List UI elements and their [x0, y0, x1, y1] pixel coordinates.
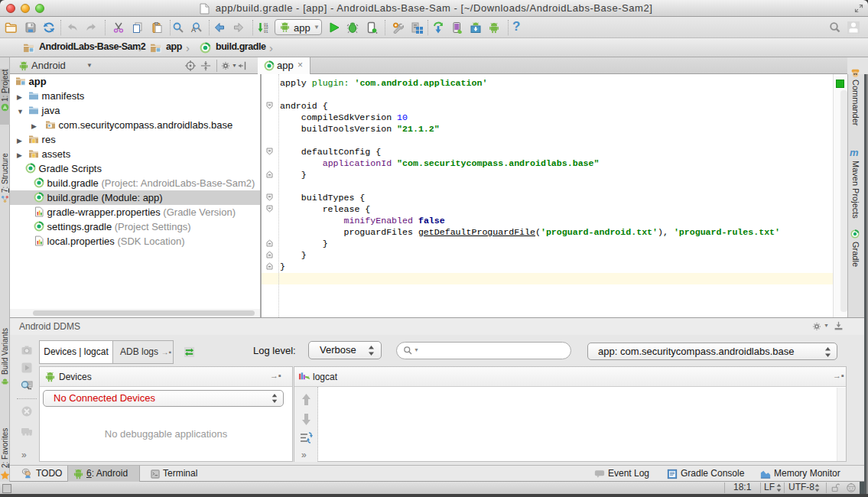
svg-text:A: A: [191, 26, 196, 34]
svg-text:01: 01: [264, 30, 268, 34]
